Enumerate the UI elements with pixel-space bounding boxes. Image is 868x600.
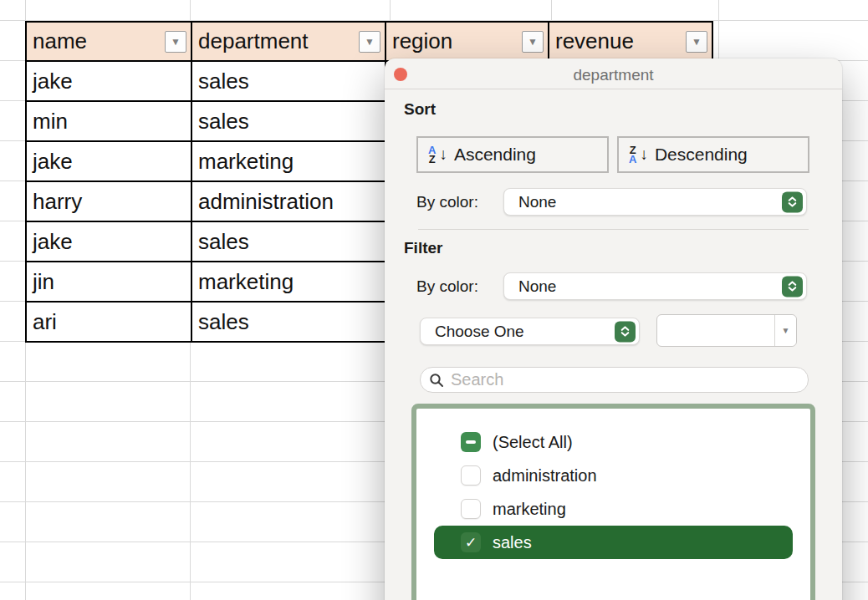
cell-department[interactable]: sales (191, 101, 385, 141)
checkbox-unchecked-icon[interactable] (461, 499, 481, 519)
filter-dropdown-button-name[interactable]: ▼ (165, 31, 186, 53)
dropdown-arrow-icon: ▼ (528, 37, 538, 47)
dropdown-arrow-icon: ▼ (782, 326, 790, 335)
cell-name[interactable]: jin (26, 262, 191, 302)
column-header-region[interactable]: region ▼ (385, 22, 549, 61)
dropdown-arrow-icon: ▼ (365, 37, 375, 47)
cell-name[interactable]: jake (26, 141, 191, 181)
filter-heading: Filter (404, 239, 442, 257)
filter-dropdown-button-region[interactable]: ▼ (522, 31, 544, 53)
cell-department[interactable]: administration (191, 181, 385, 221)
dropdown-arrow-icon: ▼ (171, 37, 181, 47)
list-item-select-all[interactable]: (Select All) (434, 425, 793, 459)
sort-za-icon: Z A (629, 145, 636, 164)
filter-by-color-dropdown[interactable]: None (503, 272, 807, 300)
stepper-icon (782, 191, 803, 212)
filter-dropdown-button-revenue[interactable]: ▼ (686, 31, 707, 53)
list-item-label: marketing (493, 500, 566, 519)
cell-department[interactable]: sales (191, 221, 385, 262)
list-item-label: sales (493, 533, 532, 552)
filter-condition-dropdown[interactable]: Choose One (420, 318, 640, 345)
cell-department[interactable]: marketing (191, 262, 385, 302)
dialog-titlebar[interactable]: department (385, 58, 842, 89)
filter-by-color-label: By color: (416, 277, 478, 296)
filter-value-input[interactable] (657, 315, 774, 346)
column-header-name[interactable]: name ▼ (26, 22, 191, 61)
filter-condition-value: Choose One (435, 323, 524, 341)
cell-name[interactable]: harry (26, 181, 191, 221)
filter-by-color-value: None (518, 277, 556, 296)
cell-department[interactable]: sales (191, 61, 385, 101)
cell-name[interactable]: ari (26, 302, 191, 342)
sort-descending-button[interactable]: Z A ↓ Descending (617, 136, 809, 173)
filter-dialog: department Sort A Z ↓ Ascending Z A ↓ De… (385, 58, 842, 600)
column-header-label: region (392, 28, 452, 53)
section-divider (418, 229, 809, 230)
checkbox-checked-icon[interactable]: ✓ (461, 532, 481, 552)
filter-dropdown-button-department[interactable]: ▼ (359, 31, 380, 53)
cell-name[interactable]: jake (26, 221, 191, 262)
sort-by-color-dropdown[interactable]: None (503, 188, 807, 216)
down-arrow-icon: ↓ (439, 145, 447, 164)
filter-values-list: (Select All) administration marketing ✓ … (411, 404, 815, 600)
cell-name[interactable]: min (26, 101, 191, 141)
cell-department[interactable]: sales (191, 302, 385, 342)
sort-heading: Sort (404, 100, 436, 119)
list-item-sales[interactable]: ✓ sales (434, 526, 793, 559)
dropdown-arrow-icon: ▼ (692, 37, 702, 47)
list-item-marketing[interactable]: marketing (434, 492, 793, 526)
list-item-label: (Select All) (493, 433, 573, 452)
sort-descending-label: Descending (655, 145, 748, 165)
filter-value-combobox: ▼ (656, 314, 797, 347)
sort-az-icon: A Z (428, 145, 436, 164)
search-input[interactable] (451, 370, 799, 389)
column-header-label: department (198, 28, 309, 53)
sort-by-color-value: None (518, 193, 556, 211)
column-header-label: name (33, 28, 87, 53)
table-header-row: name ▼ department ▼ region ▼ revenue ▼ (26, 22, 712, 61)
column-header-revenue[interactable]: revenue ▼ (549, 22, 712, 61)
checkbox-indeterminate-icon[interactable] (461, 432, 481, 452)
stepper-icon (615, 321, 636, 342)
list-item-administration[interactable]: administration (434, 459, 793, 492)
search-field (420, 367, 809, 393)
column-header-department[interactable]: department ▼ (191, 22, 385, 61)
search-icon (429, 373, 444, 388)
combo-dropdown-button[interactable]: ▼ (774, 315, 796, 346)
spreadsheet-canvas: name ▼ department ▼ region ▼ revenue ▼ j… (0, 0, 868, 600)
column-header-label: revenue (555, 28, 634, 53)
cell-department[interactable]: marketing (191, 141, 385, 181)
cell-name[interactable]: jake (26, 61, 191, 101)
list-item-label: administration (493, 466, 597, 486)
checkbox-unchecked-icon[interactable] (461, 465, 481, 486)
sort-ascending-label: Ascending (454, 145, 536, 165)
stepper-icon (782, 276, 803, 297)
down-arrow-icon: ↓ (640, 145, 648, 164)
dialog-title: department (385, 66, 842, 84)
sort-ascending-button[interactable]: A Z ↓ Ascending (416, 136, 609, 173)
sort-by-color-label: By color: (416, 193, 478, 211)
